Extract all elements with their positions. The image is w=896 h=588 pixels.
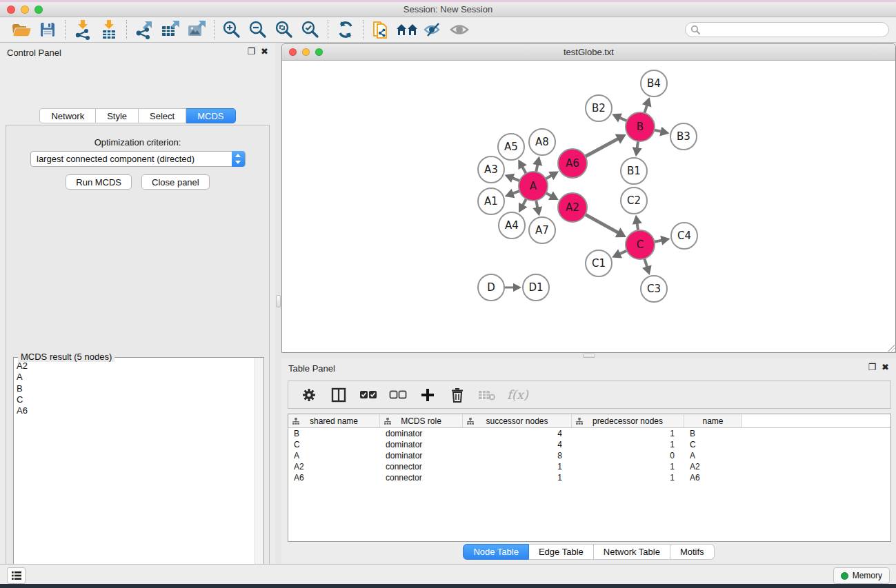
delete-table-button[interactable]	[477, 385, 497, 405]
mcds-result-item[interactable]: C	[17, 394, 263, 405]
minimize-window-button[interactable]	[21, 6, 29, 14]
close-panel-icon[interactable]: ✖	[261, 47, 268, 57]
search-input[interactable]	[685, 22, 889, 37]
close-network-button[interactable]	[289, 48, 297, 56]
vertical-splitter-handle[interactable]	[276, 295, 281, 307]
zoom-out-button[interactable]	[245, 19, 271, 41]
tab-edge-table[interactable]: Edge Table	[529, 544, 594, 560]
result-scrollbar[interactable]	[255, 358, 263, 588]
network-canvas[interactable]: AA1A3A5A8A4A7A6A2BB1B2B3B4CC1C2C3C4DD1	[282, 61, 895, 352]
minimize-network-button[interactable]	[302, 48, 310, 56]
tab-style[interactable]: Style	[96, 108, 139, 123]
birdseye-view-button[interactable]	[446, 19, 472, 41]
table-cell[interactable]: dominator	[380, 450, 463, 461]
table-cell[interactable]: 0	[572, 450, 684, 461]
tab-network-table[interactable]: Network Table	[594, 544, 670, 560]
table-cell[interactable]: A2	[288, 461, 380, 472]
table-cell[interactable]: dominator	[380, 439, 463, 450]
delete-column-button[interactable]	[448, 385, 467, 405]
save-session-button[interactable]	[34, 19, 61, 41]
tab-motifs[interactable]: Motifs	[670, 544, 715, 560]
column-header-shared-name[interactable]: shared name	[288, 414, 380, 427]
table-cell[interactable]: 1	[572, 472, 684, 483]
zoom-network-button[interactable]	[315, 48, 323, 56]
table-cell[interactable]: C	[288, 439, 380, 450]
export-image-button[interactable]	[183, 19, 210, 41]
zoom-selected-button[interactable]	[297, 19, 323, 41]
column-header-name[interactable]: name	[684, 414, 742, 427]
table-cell[interactable]: dominator	[380, 428, 463, 439]
tab-node-table[interactable]: Node Table	[463, 544, 529, 560]
import-network-button[interactable]	[70, 19, 96, 41]
table-cell[interactable]: 1	[572, 439, 684, 450]
table-cell[interactable]: A6	[684, 472, 742, 483]
float-panel-icon[interactable]: ❐	[868, 363, 876, 372]
table-cell[interactable]: 4	[463, 428, 572, 439]
column-header-successor-nodes[interactable]: successor nodes	[463, 414, 572, 427]
function-builder-button[interactable]: f(x)	[507, 387, 528, 402]
clone-network-button[interactable]	[368, 19, 394, 41]
mcds-result-item[interactable]: A	[17, 372, 263, 383]
graph-edge-A2-C[interactable]	[584, 214, 619, 233]
table-cell[interactable]: A2	[684, 461, 742, 472]
close-panel-button[interactable]: Close panel	[141, 174, 210, 190]
zoom-in-button[interactable]	[219, 19, 245, 41]
table-cell[interactable]: A	[288, 450, 380, 461]
app-title: Session: New Session	[0, 4, 896, 14]
table-cell[interactable]: 1	[463, 461, 572, 472]
mcds-result-item[interactable]: A2	[17, 361, 263, 372]
table-cell[interactable]: connector	[380, 472, 463, 483]
tab-network[interactable]: Network	[39, 108, 96, 123]
table-cell[interactable]: 1	[572, 428, 684, 439]
resize-grip[interactable]	[886, 343, 895, 352]
table-cell[interactable]: A	[684, 450, 742, 461]
table-cell[interactable]: 1	[572, 461, 684, 472]
hide-graphics-details-button[interactable]	[420, 19, 446, 41]
table-cell[interactable]: C	[684, 439, 742, 450]
table-row[interactable]: Cdominator41C	[288, 439, 890, 450]
show-task-history-button[interactable]	[7, 567, 26, 584]
run-mcds-button[interactable]: Run MCDS	[66, 174, 132, 190]
create-column-button[interactable]	[418, 385, 437, 405]
tab-select[interactable]: Select	[139, 108, 186, 123]
hierarchy-icon	[292, 418, 299, 425]
zoom-window-button[interactable]	[34, 6, 43, 14]
mcds-result-item[interactable]: A6	[17, 405, 263, 416]
table-row[interactable]: A6connector11A6	[288, 472, 890, 483]
tab-mcds[interactable]: MCDS	[186, 108, 235, 123]
close-panel-icon[interactable]: ✖	[882, 363, 889, 372]
first-neighbors-button[interactable]	[394, 19, 420, 41]
import-table-button[interactable]	[96, 19, 122, 41]
export-table-button[interactable]	[157, 19, 183, 41]
zoom-fit-button[interactable]	[271, 19, 297, 41]
table-cell[interactable]: B	[288, 428, 380, 439]
mcds-result-box: MCDS result (5 nodes) A2ABCA6	[13, 357, 264, 588]
table-cell[interactable]: A6	[288, 472, 380, 483]
table-row[interactable]: A2connector11A2	[288, 461, 890, 472]
column-header-predecessor-nodes[interactable]: predecessor nodes	[572, 414, 684, 427]
float-panel-icon[interactable]: ❐	[247, 47, 255, 57]
table-row[interactable]: Bdominator41B	[288, 428, 890, 439]
select-stepper[interactable]	[232, 151, 245, 167]
graph-node-label: A8	[535, 136, 549, 148]
table-cell[interactable]: 4	[463, 439, 572, 450]
table-cell[interactable]: 1	[463, 472, 572, 483]
horizontal-splitter-handle[interactable]	[583, 354, 595, 358]
toggle-panel-layout-button[interactable]	[329, 385, 348, 405]
table-cell[interactable]: 8	[463, 450, 572, 461]
table-cell[interactable]: connector	[380, 461, 463, 472]
close-window-button[interactable]	[7, 6, 15, 14]
hide-all-columns-button[interactable]	[388, 385, 408, 405]
criterion-select[interactable]: largest connected component (directed)	[30, 151, 246, 167]
export-network-button[interactable]	[131, 19, 157, 41]
show-all-columns-button[interactable]	[359, 385, 378, 405]
graph-edge-A6-B[interactable]	[584, 139, 619, 157]
memory-button[interactable]: Memory	[833, 567, 890, 584]
refresh-button[interactable]	[332, 19, 359, 41]
mcds-result-item[interactable]: B	[17, 383, 263, 394]
table-settings-button[interactable]	[299, 385, 319, 405]
column-header-MCDS-role[interactable]: MCDS role	[380, 414, 463, 427]
table-row[interactable]: Adominator80A	[288, 450, 890, 461]
table-cell[interactable]: B	[684, 428, 742, 439]
open-session-button[interactable]	[8, 19, 34, 41]
